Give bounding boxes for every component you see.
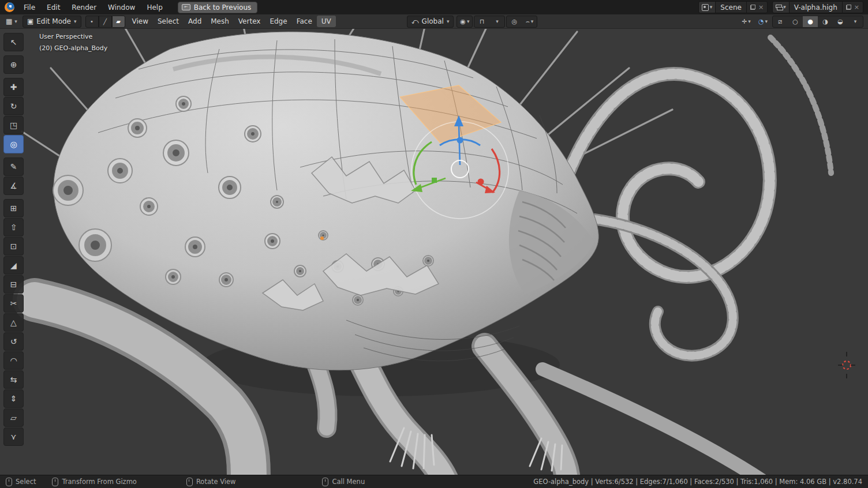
tool-transform-button[interactable]: ◎ — [3, 135, 24, 153]
transform-orientation-dropdown[interactable]: ⤺ Global ▾ — [407, 16, 454, 28]
unlink-scene-icon[interactable]: × — [758, 4, 764, 10]
menu-edit[interactable]: Edit — [41, 0, 66, 14]
rip-region-icon: ⋎ — [10, 433, 16, 441]
move-icon: ✚ — [10, 83, 17, 91]
editor-type-button[interactable]: ▦ ▾ — [2, 16, 21, 27]
edge-select-mode-button[interactable]: ╱ — [99, 16, 112, 28]
menu-add[interactable]: Add — [184, 16, 206, 27]
proportional-editing-toggle[interactable]: ◎ — [507, 16, 522, 27]
scene-icon — [702, 4, 709, 11]
scale-icon: ◳ — [10, 121, 17, 129]
shading-solid-button[interactable]: ● — [803, 16, 818, 27]
xray-icon: ⧄ — [779, 18, 783, 25]
tool-poly-build-button[interactable]: △ — [3, 313, 24, 332]
transform-icon: ◎ — [10, 140, 17, 148]
vertex-select-mode-button[interactable]: • — [85, 16, 99, 28]
shading-material-button[interactable]: ◑ — [818, 16, 833, 27]
tool-edge-slide-button[interactable]: ⇆ — [3, 370, 24, 389]
shading-rendered-button[interactable]: ◒ — [833, 16, 848, 27]
hint-select: Select — [6, 478, 36, 486]
menu-render[interactable]: Render — [66, 0, 102, 14]
tool-loop-cut-button[interactable]: ⊟ — [3, 275, 24, 294]
annotate-icon: ✎ — [10, 163, 17, 171]
tool-rotate-button[interactable]: ↻ — [3, 97, 24, 115]
snap-settings-dropdown[interactable]: ▾ — [489, 16, 504, 27]
vertex-icon: • — [90, 18, 93, 25]
menu-select[interactable]: Select — [153, 16, 184, 27]
poly-build-icon: △ — [10, 318, 17, 326]
new-view-layer-icon[interactable] — [846, 5, 851, 10]
menu-window[interactable]: Window — [102, 0, 141, 14]
add-cube-icon: ⊞ — [10, 204, 17, 212]
blender-logo-icon[interactable] — [5, 2, 14, 12]
tool-annotate-button[interactable]: ✎ — [3, 157, 24, 176]
tool-spin-button[interactable]: ↺ — [3, 332, 24, 351]
chevron-down-icon: ▾ — [14, 19, 17, 24]
view-layer-selector: ▾ V-alpha.high × — [772, 1, 863, 13]
extrude-region-icon: ⇧ — [10, 223, 17, 231]
show-gizmos-dropdown[interactable]: ✛ ▾ — [739, 16, 754, 27]
shading-group: ⧄ ○ ● ◑ ◒ ▾ — [772, 16, 863, 28]
status-bar: Select Transform From Gizmo Rotate View … — [0, 475, 868, 488]
overlays-dropdown[interactable]: ◔ ▾ — [755, 16, 770, 27]
tool-inset-faces-button[interactable]: ⊡ — [3, 237, 24, 256]
pivot-point-dropdown[interactable]: ◉ ▾ — [457, 16, 473, 28]
chevron-down-icon: ▾ — [74, 19, 77, 24]
tool-cursor-button[interactable]: ⊕ — [3, 55, 24, 74]
measure-icon: ∡ — [10, 182, 17, 190]
chevron-down-icon: ▾ — [496, 19, 499, 24]
menu-view[interactable]: View — [128, 16, 153, 27]
tool-rip-region-button[interactable]: ⋎ — [3, 427, 24, 446]
inset-faces-icon: ⊡ — [10, 242, 17, 250]
xray-toggle-button[interactable]: ⧄ — [773, 16, 788, 27]
tool-shrink-fatten-button[interactable]: ⇕ — [3, 389, 24, 408]
tool-move-button[interactable]: ✚ — [3, 78, 24, 96]
browse-view-layer-button[interactable]: ▾ — [773, 2, 790, 13]
tool-scale-button[interactable]: ◳ — [3, 116, 24, 134]
knife-icon: ✂ — [10, 299, 17, 307]
new-scene-icon[interactable] — [750, 5, 755, 10]
shrink-fatten-icon: ⇕ — [10, 395, 17, 403]
smooth-icon: ◠ — [10, 356, 17, 365]
shading-settings-dropdown[interactable]: ▾ — [848, 16, 863, 27]
menu-vertex[interactable]: Vertex — [234, 16, 265, 27]
scene-name[interactable]: Scene — [716, 3, 746, 12]
tool-bevel-button[interactable]: ◢ — [3, 256, 24, 275]
mouse-right-icon — [322, 478, 328, 486]
menu-edge[interactable]: Edge — [265, 16, 291, 27]
menu-mesh[interactable]: Mesh — [206, 16, 234, 27]
wireframe-shading-icon: ○ — [792, 18, 798, 25]
menu-file[interactable]: File — [18, 0, 41, 14]
chevron-down-icon: ▾ — [854, 19, 857, 24]
chevron-down-icon: ▾ — [710, 5, 713, 10]
gizmos-icon: ✛ — [742, 18, 747, 25]
falloff-icon: ⌢ — [526, 18, 530, 25]
menu-face[interactable]: Face — [292, 16, 317, 27]
rotate-icon: ↻ — [10, 102, 17, 110]
mode-selector[interactable]: ▣ Edit Mode ▾ — [23, 16, 81, 28]
face-select-mode-button[interactable]: ▰ — [112, 16, 125, 28]
shading-wireframe-button[interactable]: ○ — [788, 16, 803, 27]
viewport-3d[interactable] — [0, 0, 868, 488]
top-bar: File Edit Render Window Help ← Back to P… — [0, 0, 868, 14]
tool-measure-button[interactable]: ∡ — [3, 177, 24, 195]
view-layer-name[interactable]: V-alpha.high — [790, 3, 842, 12]
tool-add-cube-button[interactable]: ⊞ — [3, 199, 24, 217]
tool-extrude-region-button[interactable]: ⇧ — [3, 218, 24, 237]
falloff-dropdown[interactable]: ⌢ ▾ — [522, 16, 537, 27]
pivot-point-icon: ◉ — [460, 18, 466, 25]
tool-shear-button[interactable]: ▱ — [3, 408, 24, 427]
viewport-object-label: (20) GEO-alpha_Body — [39, 44, 107, 52]
tool-smooth-button[interactable]: ◠ — [3, 351, 24, 370]
menu-uv[interactable]: UV — [317, 16, 336, 27]
menu-help[interactable]: Help — [141, 0, 168, 14]
snap-toggle-button[interactable]: ⊓ — [474, 16, 489, 27]
tool-select-box-button[interactable]: ↖ — [3, 33, 24, 51]
viewport-editor-icon: ▦ — [6, 17, 12, 25]
shear-icon: ▱ — [10, 414, 17, 422]
tool-knife-button[interactable]: ✂ — [3, 294, 24, 313]
back-to-previous-button[interactable]: ← Back to Previous — [178, 2, 258, 13]
browse-scene-button[interactable]: ▾ — [699, 2, 716, 13]
chevron-down-icon: ▾ — [765, 19, 768, 24]
remove-view-layer-icon[interactable]: × — [854, 4, 859, 10]
